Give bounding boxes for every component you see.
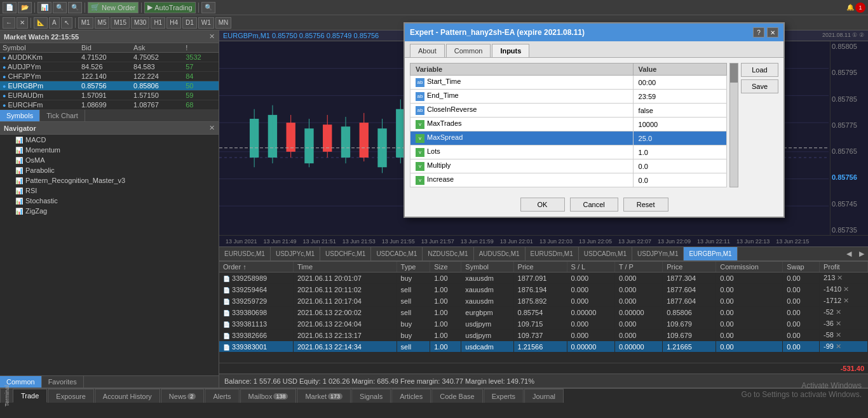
bottom-tab-articles[interactable]: Articles xyxy=(391,389,431,403)
dialog-tab-inputs[interactable]: Inputs xyxy=(492,44,529,57)
bottom-tab-account-history[interactable]: Account History xyxy=(95,389,160,403)
order-row[interactable]: 📄 339259729 2021.06.11 20:17:04 sell 1.0… xyxy=(219,295,868,307)
dialog-tab-common[interactable]: Common xyxy=(446,44,491,57)
bottom-tab-market[interactable]: Market173 xyxy=(297,389,351,403)
tf-w1[interactable]: W1 xyxy=(198,17,214,29)
col-type[interactable]: Type xyxy=(397,262,430,273)
nav-item-parabolic[interactable]: 📊Parabolic xyxy=(0,165,219,175)
bottom-tab-alerts[interactable]: Alerts xyxy=(205,389,239,403)
chart-tab-eurusdc-m1[interactable]: EURUSDc,M1 xyxy=(219,247,271,261)
bottom-tab-exposure[interactable]: Exposure xyxy=(48,389,93,403)
toolbar-btn-zoom-out[interactable]: 🔍 xyxy=(68,2,82,13)
chart-tab-usdchfc-m1[interactable]: USDCHFc,M1 xyxy=(320,247,371,261)
tf-m1[interactable]: M1 xyxy=(78,17,93,29)
var-row-start_time[interactable]: abStart_Time 00:00 xyxy=(410,76,727,90)
col-commission[interactable]: Commission xyxy=(716,262,783,273)
chart-tab-eurgbpm-m1[interactable]: EURGBPm,M1 xyxy=(684,247,737,261)
table-scrollbar[interactable] xyxy=(729,63,738,187)
search-button[interactable]: 🔍 xyxy=(201,2,215,13)
bottom-tab-experts[interactable]: Experts xyxy=(484,389,524,403)
nav-item-pattern-recognition-master-v3[interactable]: 📊Pattern_Recognition_Master_v3 xyxy=(0,175,219,185)
market-watch-close[interactable]: ✕ xyxy=(209,32,215,41)
nav-item-macd[interactable]: 📊MACD xyxy=(0,135,219,145)
nav-item-stochastic[interactable]: 📊Stochastic xyxy=(0,196,219,206)
toolbar-btn-text[interactable]: A xyxy=(49,17,60,29)
tf-h1[interactable]: H1 xyxy=(151,17,165,29)
var-row-end_time[interactable]: abEnd_Time 23:59 xyxy=(410,90,727,104)
mw-row-eurchfm[interactable]: ● EURCHFm 1.08699 1.08767 68 xyxy=(0,100,219,110)
col-swap[interactable]: Swap xyxy=(783,262,820,273)
nav-item-zigzag[interactable]: 📊ZigZag xyxy=(0,206,219,216)
chart-tab-eurusdm-m1[interactable]: EURUSDm,M1 xyxy=(526,247,579,261)
scrollbar-thumb[interactable] xyxy=(730,64,738,83)
mw-row-eurgbpm[interactable]: ● EURGBPm 0.85756 0.85806 50 xyxy=(0,81,219,91)
nav-item-rsi[interactable]: 📊RSI xyxy=(0,185,219,196)
tf-mn[interactable]: MN xyxy=(215,17,232,29)
toolbar-btn-arrow-back[interactable]: ← xyxy=(3,17,15,29)
dialog-tab-about[interactable]: About xyxy=(410,44,445,57)
col-price2[interactable]: Price xyxy=(663,262,716,273)
mw-tab-tickchart[interactable]: Tick Chart xyxy=(40,110,85,121)
bottom-tab-news[interactable]: News2 xyxy=(161,389,205,403)
chart-tab-usdcadc-m1[interactable]: USDCADc,M1 xyxy=(371,247,423,261)
toolbar-btn-open[interactable]: 📂 xyxy=(18,2,32,13)
mw-row-audjpym[interactable]: ● AUDJPYm 84.526 84.583 57 xyxy=(0,62,219,72)
mw-row-chfjpym[interactable]: ● CHFJPYm 122.140 122.224 84 xyxy=(0,72,219,81)
var-row-closeinreverse[interactable]: abCloseInReverse false xyxy=(410,104,727,118)
mw-row-auddkkm[interactable]: ● AUDDKKm 4.71520 4.75052 3532 xyxy=(0,53,219,62)
toolbar-btn-trendline[interactable]: 📐 xyxy=(34,17,48,29)
tf-m5[interactable]: M5 xyxy=(95,17,110,29)
col-order[interactable]: Order ↑ xyxy=(219,262,293,273)
col-sl[interactable]: S / L xyxy=(567,262,614,273)
tf-m30[interactable]: M30 xyxy=(131,17,149,29)
new-order-button[interactable]: 🛒 New Order xyxy=(88,2,139,13)
expert-dialog[interactable]: Expert - Pattern_hany2sh-EA (expire 2021… xyxy=(403,22,785,218)
tf-h4[interactable]: H4 xyxy=(166,17,181,29)
nav-item-osma[interactable]: 📊OsMA xyxy=(0,155,219,165)
chart-tab-usdcadm-m1[interactable]: USDCADm,M1 xyxy=(579,247,632,261)
tf-d1[interactable]: D1 xyxy=(182,17,197,29)
tf-m15[interactable]: M15 xyxy=(111,17,129,29)
load-button[interactable]: Load xyxy=(741,63,778,77)
ok-button[interactable]: OK xyxy=(520,198,565,212)
chart-tab-nzdusdc-m1[interactable]: NZDUSDc,M1 xyxy=(423,247,473,261)
bottom-tab-code-base[interactable]: Code Base xyxy=(431,389,482,403)
mw-row-euraudm[interactable]: ● EURAUDm 1.57091 1.57150 59 xyxy=(0,91,219,100)
cancel-button[interactable]: Cancel xyxy=(570,198,618,212)
chart-tab-audusdc-m1[interactable]: AUDUSDc,M1 xyxy=(474,247,526,261)
bottom-tab-trade[interactable]: Trade xyxy=(13,389,47,403)
col-profit[interactable]: Profit xyxy=(819,262,867,273)
col-size[interactable]: Size xyxy=(430,262,461,273)
col-tp[interactable]: T / P xyxy=(614,262,662,273)
var-row-maxspread[interactable]: vMaxSpread 25.0 xyxy=(410,131,727,145)
order-row[interactable]: 📄 339383001 2021.06.13 22:14:34 sell 1.0… xyxy=(219,341,868,353)
var-row-maxtrades[interactable]: vMaxTrades 10000 xyxy=(410,118,727,131)
bottom-tab-signals[interactable]: Signals xyxy=(351,389,391,403)
save-button[interactable]: Save xyxy=(741,79,778,93)
col-time[interactable]: Time xyxy=(293,262,397,273)
dialog-close-btn[interactable]: ✕ xyxy=(767,27,778,37)
chart-tab-usdjpym-m1[interactable]: USDJPYm,M1 xyxy=(632,247,684,261)
reset-button[interactable]: Reset xyxy=(623,198,668,212)
order-row[interactable]: 📄 339380698 2021.06.13 22:00:02 sell 1.0… xyxy=(219,307,868,318)
toolbar-btn-chart[interactable]: 📊 xyxy=(37,2,51,13)
chart-tab-usdjpyc-m1[interactable]: USDJPYc,M1 xyxy=(271,247,320,261)
bottom-tab-mailbox[interactable]: Mailbox138 xyxy=(240,389,297,403)
order-row[interactable]: 📄 339258989 2021.06.11 20:01:07 buy 1.00… xyxy=(219,273,868,284)
navigator-close[interactable]: ✕ xyxy=(209,124,215,132)
mw-tab-symbols[interactable]: Symbols xyxy=(0,110,40,121)
col-symbol[interactable]: Symbol xyxy=(461,262,513,273)
toolbar-btn-cross[interactable]: ✕ xyxy=(17,17,28,29)
var-row-multiply[interactable]: vMultiply 0.0 xyxy=(410,159,727,173)
col-price[interactable]: Price xyxy=(513,262,567,273)
order-row[interactable]: 📄 339381113 2021.06.13 22:04:04 buy 1.00… xyxy=(219,318,868,330)
toolbar-btn-cursor[interactable]: ↖ xyxy=(61,17,72,29)
toolbar-btn-new[interactable]: 📄 xyxy=(3,2,17,13)
var-row-increase[interactable]: vIncrease 0.0 xyxy=(410,173,727,187)
var-row-lots[interactable]: vLots 1.0 xyxy=(410,145,727,159)
order-row[interactable]: 📄 339382666 2021.06.13 22:13:17 buy 1.00… xyxy=(219,330,868,341)
chart-tabs-next[interactable]: ▶ xyxy=(855,248,868,259)
nav-item-momentum[interactable]: 📊Momentum xyxy=(0,145,219,155)
toolbar-btn-zoom-in[interactable]: 🔍 xyxy=(53,2,67,13)
bottom-tab-journal[interactable]: Journal xyxy=(524,389,564,403)
